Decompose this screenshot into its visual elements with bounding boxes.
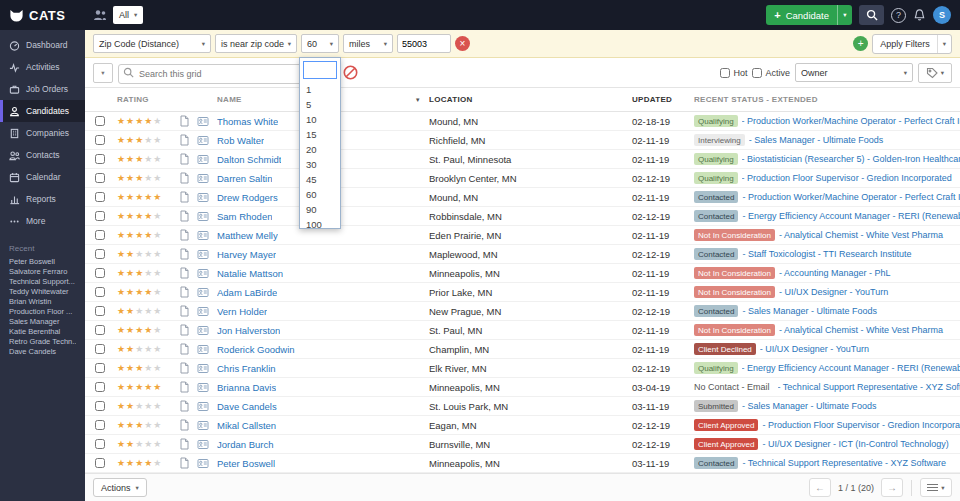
star-icon[interactable]: ★ bbox=[153, 249, 162, 259]
rating-stars[interactable]: ★★★★★ bbox=[117, 344, 179, 354]
row-checkbox[interactable] bbox=[95, 401, 105, 411]
candidate-name-link[interactable]: Thomas White bbox=[217, 116, 278, 127]
candidate-name-link[interactable]: Natalie Mattson bbox=[217, 268, 283, 279]
distance-option[interactable]: 90 bbox=[300, 202, 340, 217]
sidebar-item-contacts[interactable]: Contacts bbox=[0, 144, 85, 166]
star-icon[interactable]: ★ bbox=[135, 306, 144, 316]
star-icon[interactable]: ★ bbox=[144, 154, 153, 164]
recent-item[interactable]: Peter Boswell bbox=[9, 257, 76, 267]
status-detail-link[interactable]: - Energy Efficiency Account Manager - RE… bbox=[742, 211, 960, 221]
profile-icon[interactable] bbox=[197, 211, 217, 222]
profile-icon[interactable] bbox=[197, 344, 217, 355]
row-checkbox[interactable] bbox=[95, 135, 105, 145]
star-icon[interactable]: ★ bbox=[153, 268, 162, 278]
star-icon[interactable]: ★ bbox=[126, 249, 135, 259]
resume-icon[interactable] bbox=[179, 134, 197, 146]
star-icon[interactable]: ★ bbox=[117, 363, 126, 373]
resume-icon[interactable] bbox=[179, 419, 197, 431]
status-detail-link[interactable]: - Accounting Manager - PhL bbox=[779, 268, 960, 278]
star-icon[interactable]: ★ bbox=[153, 439, 162, 449]
help-button[interactable]: ? bbox=[891, 8, 906, 23]
recent-item[interactable]: Brian Wristin bbox=[9, 297, 76, 307]
candidate-name-link[interactable]: Matthew Melly bbox=[217, 230, 278, 241]
star-icon[interactable]: ★ bbox=[153, 306, 162, 316]
rating-stars[interactable]: ★★★★★ bbox=[117, 401, 179, 411]
star-icon[interactable]: ★ bbox=[126, 306, 135, 316]
apply-filters-caret[interactable]: ▾ bbox=[937, 35, 951, 53]
filter-field-select[interactable]: Zip Code (Distance)▾ bbox=[93, 34, 211, 53]
resume-icon[interactable] bbox=[179, 305, 197, 317]
star-icon[interactable]: ★ bbox=[117, 344, 126, 354]
star-icon[interactable]: ★ bbox=[144, 420, 153, 430]
table-row[interactable]: ★★★★★ Roderick Goodwin Champlin, MN 02-1… bbox=[85, 340, 960, 359]
candidate-name-link[interactable]: Darren Saltin bbox=[217, 173, 272, 184]
distance-option[interactable]: 1 bbox=[300, 82, 340, 97]
location-header[interactable]: LOCATION bbox=[429, 95, 632, 104]
star-icon[interactable]: ★ bbox=[117, 382, 126, 392]
column-settings-button[interactable]: ▾ bbox=[920, 478, 952, 497]
status-detail-link[interactable]: - Sales Manager - Ultimate Foods bbox=[742, 306, 960, 316]
rating-stars[interactable]: ★★★★★ bbox=[117, 249, 179, 259]
star-icon[interactable]: ★ bbox=[153, 211, 162, 221]
add-candidate-button[interactable]: + Candidate ▾ bbox=[766, 5, 852, 25]
star-icon[interactable]: ★ bbox=[153, 135, 162, 145]
candidate-name-link[interactable]: Dave Candels bbox=[217, 401, 277, 412]
rating-stars[interactable]: ★★★★★ bbox=[117, 439, 179, 449]
candidate-name-link[interactable]: Adam LaBirde bbox=[217, 287, 277, 298]
distance-option[interactable]: 20 bbox=[300, 142, 340, 157]
recent-item[interactable]: Retro Grade Techn... bbox=[9, 337, 76, 347]
candidate-name-link[interactable]: Chris Franklin bbox=[217, 363, 276, 374]
status-detail-link[interactable]: - Production Worker/Machine Operator - P… bbox=[742, 192, 960, 202]
star-icon[interactable]: ★ bbox=[117, 287, 126, 297]
star-icon[interactable]: ★ bbox=[126, 439, 135, 449]
star-icon[interactable]: ★ bbox=[117, 268, 126, 278]
star-icon[interactable]: ★ bbox=[144, 173, 153, 183]
star-icon[interactable]: ★ bbox=[135, 420, 144, 430]
profile-icon[interactable] bbox=[197, 306, 217, 317]
table-row[interactable]: ★★★★★ Jordan Burch Burnsville, MN 02-12-… bbox=[85, 435, 960, 454]
profile-icon[interactable] bbox=[197, 135, 217, 146]
star-icon[interactable]: ★ bbox=[153, 344, 162, 354]
actions-button[interactable]: Actions ▾ bbox=[93, 478, 147, 497]
recent-item[interactable]: Technical Support... bbox=[9, 277, 76, 287]
rating-stars[interactable]: ★★★★★ bbox=[117, 287, 179, 297]
next-page-button[interactable]: → bbox=[881, 478, 903, 497]
star-icon[interactable]: ★ bbox=[153, 420, 162, 430]
star-icon[interactable]: ★ bbox=[144, 382, 153, 392]
table-row[interactable]: ★★★★★ Brianna Davis Minneapolis, MN 03-0… bbox=[85, 378, 960, 397]
star-icon[interactable]: ★ bbox=[117, 192, 126, 202]
table-row[interactable]: ★★★★★ Chris Franklin Elk River, MN 02-12… bbox=[85, 359, 960, 378]
row-checkbox[interactable] bbox=[95, 230, 105, 240]
active-checkbox-input[interactable] bbox=[752, 68, 762, 78]
resume-icon[interactable] bbox=[179, 286, 197, 298]
table-row[interactable]: ★★★★★ Thomas White Mound, MN 02-18-19 Qu… bbox=[85, 112, 960, 131]
add-candidate-caret[interactable]: ▾ bbox=[837, 5, 852, 25]
distance-option[interactable]: 15 bbox=[300, 127, 340, 142]
row-checkbox[interactable] bbox=[95, 458, 105, 468]
candidate-name-link[interactable]: Peter Boswell bbox=[217, 458, 275, 469]
star-icon[interactable]: ★ bbox=[117, 420, 126, 430]
rating-stars[interactable]: ★★★★★ bbox=[117, 116, 179, 126]
resume-icon[interactable] bbox=[179, 438, 197, 450]
star-icon[interactable]: ★ bbox=[135, 268, 144, 278]
table-row[interactable]: ★★★★★ Darren Saltin Brooklyn Center, MN … bbox=[85, 169, 960, 188]
rating-stars[interactable]: ★★★★★ bbox=[117, 325, 179, 335]
recent-item[interactable]: Dave Candels bbox=[9, 347, 76, 357]
star-icon[interactable]: ★ bbox=[117, 306, 126, 316]
recent-item[interactable]: Production Floor ... bbox=[9, 307, 76, 317]
profile-icon[interactable] bbox=[197, 325, 217, 336]
star-icon[interactable]: ★ bbox=[135, 439, 144, 449]
notifications-button[interactable] bbox=[913, 8, 926, 22]
star-icon[interactable]: ★ bbox=[135, 287, 144, 297]
star-icon[interactable]: ★ bbox=[144, 287, 153, 297]
rating-stars[interactable]: ★★★★★ bbox=[117, 382, 179, 392]
profile-icon[interactable] bbox=[197, 116, 217, 127]
resume-icon[interactable] bbox=[179, 115, 197, 127]
star-icon[interactable]: ★ bbox=[126, 211, 135, 221]
star-icon[interactable]: ★ bbox=[126, 420, 135, 430]
star-icon[interactable]: ★ bbox=[135, 325, 144, 335]
status-detail-link[interactable]: - Analytical Chemist - White Vest Pharma bbox=[779, 325, 960, 335]
scope-dropdown[interactable]: All ▾ bbox=[113, 6, 143, 24]
sidebar-item-activities[interactable]: Activities bbox=[0, 56, 85, 78]
resume-icon[interactable] bbox=[179, 343, 197, 355]
